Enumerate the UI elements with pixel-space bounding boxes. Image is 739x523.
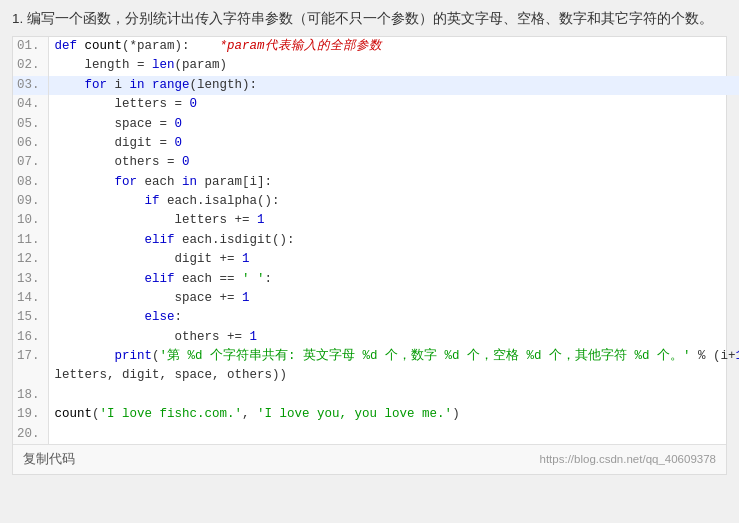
line-code: def count(*param): *param代表输入的全部参数 — [48, 37, 739, 56]
line-number: 07. — [13, 153, 48, 172]
line-number: 12. — [13, 250, 48, 269]
code-table: 01.def count(*param): *param代表输入的全部参数02.… — [13, 37, 739, 444]
line-code: digit += 1 — [48, 250, 739, 269]
question-text: 1. 编写一个函数，分别统计出传入字符串参数（可能不只一个参数）的英文字母、空格… — [12, 10, 727, 28]
table-row: 02. length = len(param) — [13, 56, 739, 75]
table-row: 06. digit = 0 — [13, 134, 739, 153]
table-row: 08. for each in param[i]: — [13, 173, 739, 192]
table-row: 07. others = 0 — [13, 153, 739, 172]
line-number: 11. — [13, 231, 48, 250]
code-block: 01.def count(*param): *param代表输入的全部参数02.… — [12, 36, 727, 475]
line-code — [48, 425, 739, 444]
line-code: space += 1 — [48, 289, 739, 308]
line-code: length = len(param) — [48, 56, 739, 75]
source-url: https://blog.csdn.net/qq_40609378 — [540, 453, 716, 465]
table-row: 04. letters = 0 — [13, 95, 739, 114]
line-number: 16. — [13, 328, 48, 347]
line-number: 06. — [13, 134, 48, 153]
line-number: 17. — [13, 347, 48, 366]
line-code: for each in param[i]: — [48, 173, 739, 192]
line-number: 19. — [13, 405, 48, 424]
table-row: 09. if each.isalpha(): — [13, 192, 739, 211]
table-row: 20. — [13, 425, 739, 444]
line-number: 18. — [13, 386, 48, 405]
line-code: others = 0 — [48, 153, 739, 172]
line-number: 13. — [13, 270, 48, 289]
line-code: elif each == ' ': — [48, 270, 739, 289]
table-row: 03. for i in range(length): — [13, 76, 739, 95]
line-code: print('第 %d 个字符串共有: 英文字母 %d 个，数字 %d 个，空格… — [48, 347, 739, 366]
table-row: 16. others += 1 — [13, 328, 739, 347]
line-number: 15. — [13, 308, 48, 327]
table-row: letters, digit, space, others)) — [13, 366, 739, 385]
line-code: digit = 0 — [48, 134, 739, 153]
table-row: 01.def count(*param): *param代表输入的全部参数 — [13, 37, 739, 56]
table-row: 05. space = 0 — [13, 115, 739, 134]
line-code: letters, digit, space, others)) — [48, 366, 739, 385]
table-row: 12. digit += 1 — [13, 250, 739, 269]
line-code — [48, 386, 739, 405]
table-row: 19.count('I love fishc.com.', 'I love yo… — [13, 405, 739, 424]
line-number: 14. — [13, 289, 48, 308]
table-row: 18. — [13, 386, 739, 405]
line-code: if each.isalpha(): — [48, 192, 739, 211]
line-number — [13, 366, 48, 385]
line-number: 08. — [13, 173, 48, 192]
table-row: 15. else: — [13, 308, 739, 327]
table-row: 13. elif each == ' ': — [13, 270, 739, 289]
line-code: else: — [48, 308, 739, 327]
copy-button[interactable]: 复制代码 — [23, 451, 75, 468]
line-number: 02. — [13, 56, 48, 75]
table-row: 10. letters += 1 — [13, 211, 739, 230]
line-number: 10. — [13, 211, 48, 230]
table-row: 11. elif each.isdigit(): — [13, 231, 739, 250]
line-number: 03. — [13, 76, 48, 95]
line-code: for i in range(length): — [48, 76, 739, 95]
line-code: others += 1 — [48, 328, 739, 347]
line-number: 20. — [13, 425, 48, 444]
main-container: 1. 编写一个函数，分别统计出传入字符串参数（可能不只一个参数）的英文字母、空格… — [0, 0, 739, 475]
line-code: space = 0 — [48, 115, 739, 134]
line-code: elif each.isdigit(): — [48, 231, 739, 250]
line-number: 04. — [13, 95, 48, 114]
table-row: 14. space += 1 — [13, 289, 739, 308]
table-row: 17. print('第 %d 个字符串共有: 英文字母 %d 个，数字 %d … — [13, 347, 739, 366]
line-number: 01. — [13, 37, 48, 56]
line-number: 05. — [13, 115, 48, 134]
line-code: letters = 0 — [48, 95, 739, 114]
line-code: letters += 1 — [48, 211, 739, 230]
line-code: count('I love fishc.com.', 'I love you, … — [48, 405, 739, 424]
line-number: 09. — [13, 192, 48, 211]
footer-bar: 复制代码 https://blog.csdn.net/qq_40609378 — [13, 444, 726, 474]
